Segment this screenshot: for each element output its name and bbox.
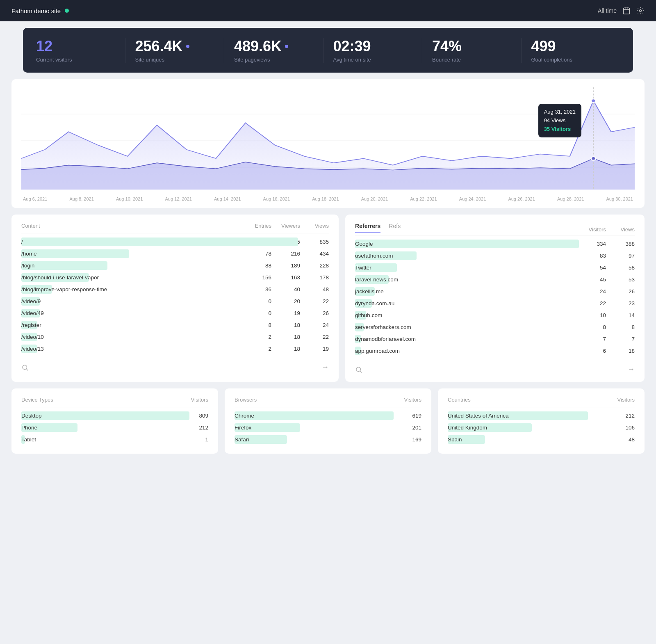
row-entries: 0 (243, 298, 271, 304)
table-row[interactable]: /blog/should-i-use-laravel-vapor 156 163… (21, 272, 329, 283)
row-label: /blog/should-i-use-laravel-vapor (21, 274, 243, 281)
xlabel-5: Aug 16, 2021 (263, 196, 290, 201)
calendar-icon[interactable] (622, 7, 631, 15)
ref-row-nums: 10 14 (577, 312, 635, 318)
device-row-label: Tablet (21, 436, 180, 443)
row-label: /video/49 (21, 310, 243, 316)
stat-pageviews: 489.6K Site pageviews (224, 38, 323, 63)
svg-point-8 (23, 365, 27, 370)
referrer-row[interactable]: jackellis.me 24 26 (355, 285, 635, 297)
row-nums: 156 163 178 (243, 274, 329, 281)
countries-title: Countries (448, 397, 471, 403)
stat-value-bounce-rate: 74% (432, 38, 511, 55)
ref-next-arrow[interactable]: → (627, 365, 635, 374)
country-row[interactable]: Spain 48 (448, 434, 635, 445)
stat-value-goal-completions: 499 (531, 38, 610, 55)
country-row-label: Spain (448, 436, 606, 443)
referrer-row[interactable]: github.com 10 14 (355, 309, 635, 321)
table-row[interactable]: /video/13 2 18 19 (21, 343, 329, 355)
xlabel-9: Aug 24, 2021 (459, 196, 486, 201)
device-row[interactable]: Tablet 1 (21, 434, 208, 445)
row-viewers: 163 (271, 274, 300, 281)
row-nums: 88 189 228 (243, 263, 329, 269)
device-row[interactable]: Phone 212 (21, 422, 208, 434)
browser-row[interactable]: Safari 169 (235, 434, 421, 445)
xlabel-6: Aug 18, 2021 (312, 196, 339, 201)
referrer-row[interactable]: app.gumroad.com 6 18 (355, 345, 635, 357)
main-content: Aug 31, 2021 94 Views 35 Visitors Aug 6,… (0, 73, 656, 465)
site-name: Fathom demo site (11, 7, 61, 14)
ref-row-label: Twitter (355, 265, 577, 271)
svg-line-9 (26, 369, 28, 370)
row-nums: 2 18 19 (243, 346, 329, 352)
stat-value-uniques: 256.4K (135, 38, 214, 55)
browsers-panel: Browsers Visitors Chrome 619 Firefox 201… (225, 388, 431, 454)
settings-icon[interactable] (636, 7, 645, 15)
referrer-row[interactable]: Twitter 54 58 (355, 262, 635, 274)
ref-visitors-header: Visitors (577, 226, 606, 233)
row-viewers: 189 (271, 263, 300, 269)
row-views: 24 (300, 322, 329, 328)
ref-row-visitors: 45 (577, 276, 606, 283)
referrer-row[interactable]: laravel-news.com 45 53 (355, 274, 635, 285)
line-chart-svg (21, 87, 635, 194)
referrer-row[interactable]: usefathom.com 83 97 (355, 250, 635, 262)
table-row[interactable]: /register 8 18 24 (21, 319, 329, 331)
device-row-label: Desktop (21, 413, 180, 419)
content-nums-header: Entries Viewers Views (243, 223, 329, 229)
table-row[interactable]: /home 78 216 434 (21, 248, 329, 260)
xlabel-0: Aug 6, 2021 (23, 196, 47, 201)
svg-rect-0 (624, 8, 630, 14)
referrer-row[interactable]: dyrynda.com.au 22 23 (355, 297, 635, 309)
svg-point-10 (356, 367, 361, 372)
country-row-value: 212 (606, 413, 635, 419)
referrer-row[interactable]: serversforhackers.com 8 8 (355, 321, 635, 333)
table-row[interactable]: /blog/improve-vapor-response-time 36 40 … (21, 283, 329, 295)
content-panel: Content Entries Viewers Views / 614 655 … (11, 215, 339, 382)
browser-row-label: Firefox (235, 425, 393, 431)
pageviews-dot (285, 45, 288, 48)
xlabel-11: Aug 28, 2021 (557, 196, 584, 201)
time-range-label[interactable]: All time (598, 7, 617, 14)
table-row[interactable]: /video/10 2 18 22 (21, 331, 329, 343)
country-row[interactable]: United Kingdom 106 (448, 422, 635, 434)
referrer-row[interactable]: Google 334 388 (355, 238, 635, 250)
ref-row-label: dyrynda.com.au (355, 300, 577, 306)
table-row[interactable]: / 614 655 835 (21, 236, 329, 248)
chart-xlabels: Aug 6, 2021 Aug 8, 2021 Aug 10, 2021 Aug… (21, 196, 635, 201)
xlabel-4: Aug 14, 2021 (214, 196, 241, 201)
tab-refs[interactable]: Refs (389, 223, 401, 233)
ref-row-visitors: 54 (577, 265, 606, 271)
table-row[interactable]: /video/9 0 20 22 (21, 295, 329, 307)
row-views: 228 (300, 263, 329, 269)
browsers-col: Visitors (404, 397, 421, 403)
row-label: /home (21, 251, 243, 257)
content-next-arrow[interactable]: → (321, 363, 329, 372)
referrer-row[interactable]: dynamodbforlaravel.com 7 7 (355, 333, 635, 345)
ref-row-nums: 334 388 (577, 241, 635, 247)
row-nums: 78 216 434 (243, 251, 329, 257)
row-nums: 0 20 22 (243, 298, 329, 304)
stats-banner: 12 Current visitors 256.4K Site uniques … (23, 28, 633, 73)
table-row[interactable]: /video/49 0 19 26 (21, 307, 329, 319)
top-bar: Fathom demo site All time (0, 0, 656, 21)
browser-row-value: 169 (393, 436, 421, 443)
bottom-panels: Device Types Visitors Desktop 809 Phone … (11, 388, 645, 454)
browser-row[interactable]: Chrome 619 (235, 410, 421, 422)
ref-row-visitors: 22 (577, 300, 606, 306)
stat-avg-time: 02:39 Avg time on site (323, 38, 423, 63)
ref-row-views: 388 (606, 241, 635, 247)
table-row[interactable]: /login 88 189 228 (21, 260, 329, 272)
country-row[interactable]: United States of America 212 (448, 410, 635, 422)
search-icon[interactable] (21, 364, 29, 371)
ref-row-label: github.com (355, 312, 577, 318)
device-row[interactable]: Desktop 809 (21, 410, 208, 422)
ref-row-visitors: 8 (577, 324, 606, 330)
row-entries: 78 (243, 251, 271, 257)
ref-row-nums: 24 26 (577, 288, 635, 295)
row-views: 22 (300, 298, 329, 304)
entries-header: Entries (243, 223, 271, 229)
ref-search-icon[interactable] (355, 366, 362, 373)
browser-row[interactable]: Firefox 201 (235, 422, 421, 434)
tab-referrers[interactable]: Referrers (355, 223, 380, 233)
